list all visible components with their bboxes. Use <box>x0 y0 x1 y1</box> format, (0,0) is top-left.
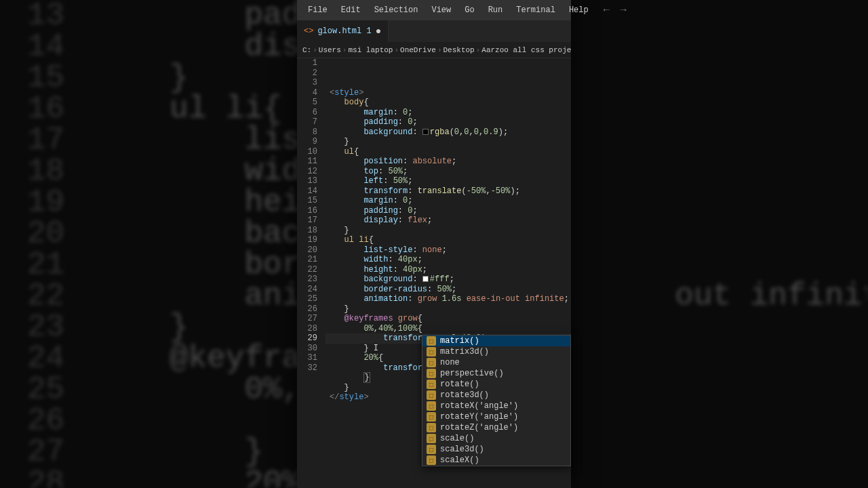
value-icon: ⬚ <box>427 434 436 443</box>
line-number-gutter: 1234567891011121314151617181920212223242… <box>297 58 326 488</box>
nav-back-icon[interactable]: ← <box>599 2 614 19</box>
intellisense-option[interactable]: ⬚matrix() <box>422 336 570 346</box>
menu-edit[interactable]: Edit <box>336 3 366 18</box>
intellisense-option[interactable]: ⬚rotate() <box>422 379 570 390</box>
value-icon: ⬚ <box>427 412 436 422</box>
value-icon: ⬚ <box>427 401 436 411</box>
value-icon: ⬚ <box>427 423 436 432</box>
tab-filename: glow.html 1 <box>317 26 371 36</box>
breadcrumb[interactable]: C:› Users› msi laptop› OneDrive› Desktop… <box>297 42 571 58</box>
value-icon: ⬚ <box>427 358 436 367</box>
menu-go[interactable]: Go <box>459 3 479 18</box>
intellisense-option[interactable]: ⬚rotateY('angle') <box>422 411 570 422</box>
intellisense-option[interactable]: ⬚rotateZ('angle') <box>422 422 570 433</box>
intellisense-option[interactable]: ⬚rotate3d() <box>422 390 570 401</box>
nav-forward-icon[interactable]: → <box>616 2 631 19</box>
tab-bar: <> glow.html 1 ● <box>297 20 571 42</box>
menu-selection[interactable]: Selection <box>369 3 424 18</box>
menu-run[interactable]: Run <box>483 3 509 18</box>
menu-file[interactable]: File <box>302 3 333 18</box>
intellisense-popup[interactable]: ⬚matrix()⬚matrix3d()⬚none⬚perspective()⬚… <box>422 335 571 466</box>
intellisense-option[interactable]: ⬚none <box>422 357 570 368</box>
menu-help[interactable]: Help <box>564 3 594 18</box>
intellisense-option[interactable]: ⬚rotateX('angle') <box>422 401 570 411</box>
intellisense-option[interactable]: ⬚scale() <box>422 433 570 444</box>
value-icon: ⬚ <box>427 369 436 378</box>
intellisense-option[interactable]: ⬚perspective() <box>422 368 570 379</box>
menu-terminal[interactable]: Terminal <box>511 3 561 18</box>
value-icon: ⬚ <box>427 347 436 357</box>
value-icon: ⬚ <box>427 380 436 389</box>
menu-view[interactable]: View <box>426 3 456 18</box>
intellisense-option[interactable]: ⬚scale3d() <box>422 444 570 455</box>
intellisense-option[interactable]: ⬚scaleX() <box>422 455 570 466</box>
value-icon: ⬚ <box>427 445 436 454</box>
value-icon: ⬚ <box>427 455 436 465</box>
dirty-indicator-icon: ● <box>376 26 381 37</box>
value-icon: ⬚ <box>427 336 436 346</box>
tab-glow-html[interactable]: <> glow.html 1 ● <box>297 20 389 42</box>
intellisense-option[interactable]: ⬚matrix3d() <box>422 346 570 357</box>
value-icon: ⬚ <box>427 390 436 400</box>
html-file-icon: <> <box>304 26 313 36</box>
menubar: File Edit Selection View Go Run Terminal… <box>297 0 571 20</box>
